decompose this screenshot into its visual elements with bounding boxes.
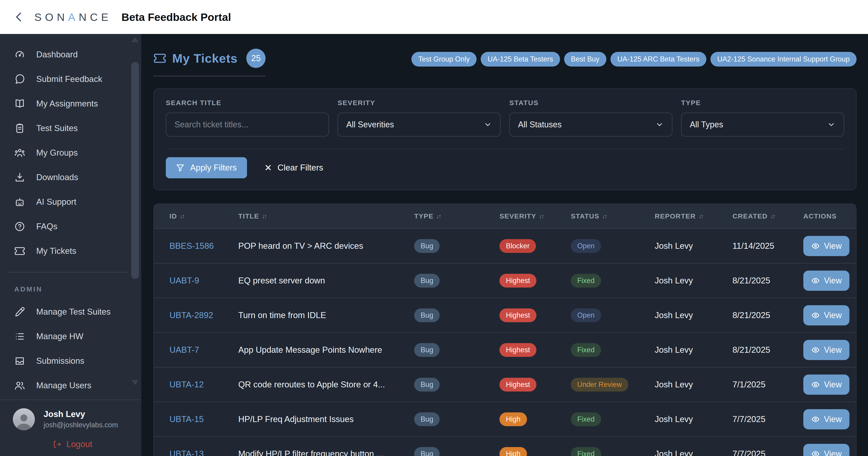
ticket-id-link[interactable]: UBTA-2892 <box>169 311 213 320</box>
sidebar-item-my-tickets[interactable]: My Tickets <box>0 239 141 263</box>
table-row: UBTA-15HP/LP Freq Adjustment IssuesBugHi… <box>154 402 856 436</box>
inbox-icon <box>14 355 25 367</box>
clear-filters-button[interactable]: ✕ Clear Filters <box>265 163 323 173</box>
view-button[interactable]: View <box>803 236 849 256</box>
group-tag-test-group-only[interactable]: Test Group Only <box>411 52 476 66</box>
nav-item-label: Manage Users <box>36 381 92 390</box>
type-badge: Bug <box>414 447 440 456</box>
funnel-icon <box>176 163 185 172</box>
eye-icon <box>811 276 820 285</box>
status-select[interactable]: All Statuses <box>509 113 672 137</box>
eye-icon <box>811 380 820 389</box>
view-button[interactable]: View <box>803 340 849 360</box>
column-header-type[interactable]: TYPE↓↑ <box>414 212 499 220</box>
sort-icon[interactable]: ↓↑ <box>436 213 440 220</box>
reporter: Josh Levy <box>655 345 733 355</box>
chevron-left-icon <box>13 11 25 23</box>
sidebar-item-manage-users[interactable]: Manage Users <box>0 373 141 398</box>
view-button[interactable]: View <box>803 305 849 325</box>
column-header-reporter[interactable]: REPORTER↓↑ <box>655 212 733 220</box>
eye-icon <box>811 450 820 456</box>
table-row: UABT-7App Update Message Points NowhereB… <box>154 332 856 367</box>
sort-icon[interactable]: ↓↑ <box>539 213 543 220</box>
column-header-status[interactable]: STATUS↓↑ <box>571 212 655 220</box>
view-button[interactable]: View <box>803 444 849 456</box>
column-header-title[interactable]: TITLE↓↑ <box>238 212 414 220</box>
severity-badge: Highest <box>499 378 536 392</box>
reporter: Josh Levy <box>655 415 733 424</box>
created-date: 8/21/2025 <box>733 311 803 320</box>
sidebar-item-submissions[interactable]: Submissions <box>0 349 141 373</box>
download-icon <box>14 172 25 183</box>
table-row: UBTA-12QR code reroutes to Apple Store o… <box>154 367 856 402</box>
sidebar-item-submit-feedback[interactable]: Submit Feedback <box>0 67 141 91</box>
ticket-id-link[interactable]: BBES-1586 <box>169 241 214 251</box>
sonance-logo: SONANCE <box>34 11 112 23</box>
column-header-created[interactable]: CREATED↓↑ <box>733 212 803 220</box>
sidebar-item-ai-support[interactable]: AI Support <box>0 190 141 214</box>
scroll-down-arrow-icon[interactable] <box>131 380 139 385</box>
apply-filters-button[interactable]: Apply Filters <box>166 157 247 178</box>
ticket-icon <box>14 246 25 257</box>
sidebar-item-test-suites[interactable]: Test Suites <box>0 116 141 140</box>
type-badge: Bug <box>414 378 440 392</box>
group-tag-ua-125-arc-beta-testers[interactable]: UA-125 ARC Beta Testers <box>611 52 706 66</box>
sidebar-item-downloads[interactable]: Downloads <box>0 165 141 190</box>
sidebar-item-dashboard[interactable]: Dashboard <box>0 42 141 67</box>
sidebar-scrollbar[interactable] <box>131 34 140 456</box>
view-button[interactable]: View <box>803 409 849 429</box>
robot-icon <box>14 196 25 207</box>
sort-icon[interactable]: ↓↑ <box>770 213 775 220</box>
column-header-id[interactable]: ID↓↑ <box>169 212 238 220</box>
severity-badge: High <box>499 412 527 426</box>
column-header-severity[interactable]: SEVERITY↓↑ <box>499 212 571 220</box>
table-row: UBTA-2892Turn on time from IDLEBugHighes… <box>154 298 856 332</box>
scroll-up-arrow-icon[interactable] <box>131 37 139 42</box>
group-tag-best-buy[interactable]: Best Buy <box>564 52 606 66</box>
book-icon <box>14 98 25 109</box>
search-input[interactable] <box>166 113 329 137</box>
group-tag-ua2-125-sonance-internal-support-group[interactable]: UA2-125 Sonance Internal Support Group <box>710 52 857 66</box>
back-button[interactable] <box>13 11 25 23</box>
ticket-title: EQ preset server down <box>238 276 414 285</box>
logout-button[interactable]: Logout <box>53 439 92 449</box>
ticket-id-link[interactable]: UBTA-12 <box>169 380 204 389</box>
nav-item-label: FAQs <box>36 222 58 231</box>
group-tag-ua-125-beta-testers[interactable]: UA-125 Beta Testers <box>480 52 560 66</box>
ticket-id-link[interactable]: UBTA-15 <box>169 415 204 424</box>
sort-icon[interactable]: ↓↑ <box>602 213 607 220</box>
severity-badge: High <box>499 447 527 456</box>
severity-badge: Highest <box>499 274 536 288</box>
ticket-id-link[interactable]: UBTA-13 <box>169 449 204 456</box>
sidebar-item-manage-hw[interactable]: Manage HW <box>0 324 141 349</box>
nav-item-label: Test Suites <box>36 123 78 133</box>
scrollbar-thumb[interactable] <box>131 62 139 279</box>
avatar <box>13 408 35 430</box>
created-date: 7/7/2025 <box>733 449 803 456</box>
sidebar-item-faqs[interactable]: FAQs <box>0 214 141 239</box>
view-button[interactable]: View <box>803 374 849 395</box>
severity-select[interactable]: All Severities <box>338 113 501 137</box>
sort-icon[interactable]: ↓↑ <box>180 213 184 220</box>
users-icon <box>14 380 25 391</box>
ticket-title: App Update Message Points Nowhere <box>238 345 414 355</box>
ticket-id-link[interactable]: UABT-7 <box>169 345 199 354</box>
type-select[interactable]: All Types <box>681 113 844 137</box>
nav-item-label: My Groups <box>36 148 78 158</box>
view-button[interactable]: View <box>803 270 849 291</box>
search-title-label: SEARCH TITLE <box>166 99 329 107</box>
sidebar-item-my-assignments[interactable]: My Assignments <box>0 91 141 116</box>
table-row: UABT-9EQ preset server downBugHighestFix… <box>154 263 856 298</box>
sort-icon[interactable]: ↓↑ <box>699 213 703 220</box>
ticket-title: QR code reroutes to Apple Store or 4... <box>238 380 414 390</box>
ticket-id-link[interactable]: UABT-9 <box>169 276 199 285</box>
sidebar-item-my-groups[interactable]: My Groups <box>0 140 141 165</box>
sort-icon[interactable]: ↓↑ <box>262 213 266 220</box>
sidebar: DashboardSubmit FeedbackMy AssignmentsTe… <box>0 34 141 456</box>
nav-item-label: Submit Feedback <box>36 74 102 84</box>
severity-badge: Highest <box>499 343 536 357</box>
created-date: 7/1/2025 <box>733 380 803 390</box>
page-title: My Tickets <box>172 51 238 65</box>
sidebar-item-manage-test-suites[interactable]: Manage Test Suites <box>0 300 141 324</box>
severity-badge: Blocker <box>499 239 536 253</box>
